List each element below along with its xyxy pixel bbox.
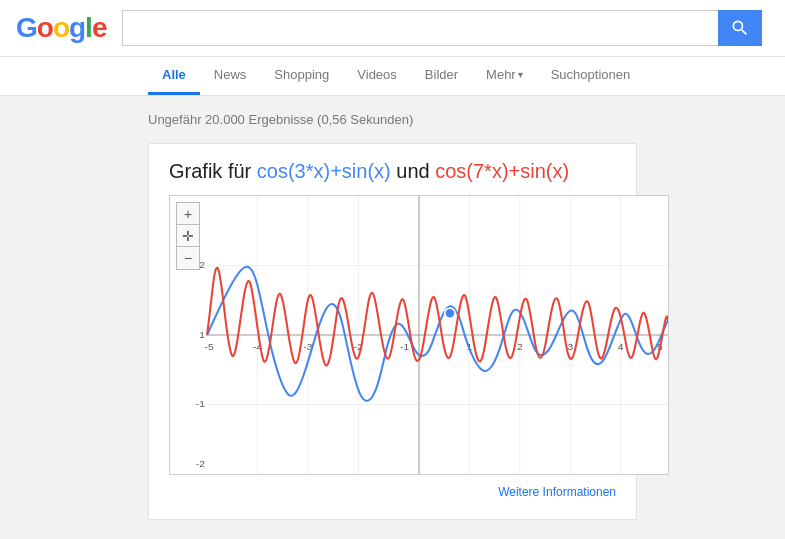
svg-text:-2: -2 [196, 458, 206, 469]
tab-alle[interactable]: Alle [148, 57, 200, 95]
result-stats: Ungefähr 20.000 Ergebnisse (0,56 Sekunde… [148, 104, 637, 143]
search-bar: cos(3x)+sin(x), cos(7x)+sin(x) [122, 10, 762, 46]
search-input[interactable]: cos(3x)+sin(x), cos(7x)+sin(x) [122, 10, 718, 46]
graph-container[interactable]: + ✛ − x: 0.610502041 y: 0.315512458 [169, 195, 669, 475]
svg-text:4: 4 [618, 341, 624, 352]
graph-svg: -4 -3 -2 -1 1 2 3 4 -5 5 2 1 -1 -2 [170, 196, 668, 474]
svg-text:-5: -5 [205, 341, 215, 352]
search-icon [730, 18, 750, 38]
header: Google cos(3x)+sin(x), cos(7x)+sin(x) [0, 0, 785, 57]
further-info-link[interactable]: Weitere Informationen [498, 485, 616, 499]
svg-text:3: 3 [567, 341, 573, 352]
svg-text:-1: -1 [400, 341, 410, 352]
nav-tabs: Alle News Shopping Videos Bilder Mehr ▾ … [0, 57, 785, 96]
svg-text:2: 2 [517, 341, 523, 352]
main-content: Ungefähr 20.000 Ergebnisse (0,56 Sekunde… [0, 96, 785, 539]
tab-news[interactable]: News [200, 57, 261, 95]
tab-videos[interactable]: Videos [343, 57, 411, 95]
svg-text:2: 2 [199, 260, 205, 271]
tab-shopping[interactable]: Shopping [260, 57, 343, 95]
further-info: Weitere Informationen [169, 483, 616, 499]
svg-text:1: 1 [199, 329, 205, 340]
search-button[interactable] [718, 10, 762, 46]
google-logo: Google [16, 12, 106, 44]
graph-controls: + ✛ − [176, 202, 200, 270]
pan-button[interactable]: ✛ [177, 225, 199, 247]
graph-title: Grafik für cos(3*x)+sin(x) und cos(7*x)+… [169, 160, 616, 183]
zoom-out-button[interactable]: − [177, 247, 199, 269]
graph-card: Grafik für cos(3*x)+sin(x) und cos(7*x)+… [148, 143, 637, 520]
zoom-in-button[interactable]: + [177, 203, 199, 225]
svg-point-26 [445, 308, 455, 318]
tab-bilder[interactable]: Bilder [411, 57, 472, 95]
tab-suchoptionen[interactable]: Suchoptionen [537, 57, 645, 95]
tab-mehr[interactable]: Mehr ▾ [472, 57, 537, 95]
svg-text:-1: -1 [196, 399, 206, 410]
chevron-down-icon: ▾ [518, 69, 523, 80]
